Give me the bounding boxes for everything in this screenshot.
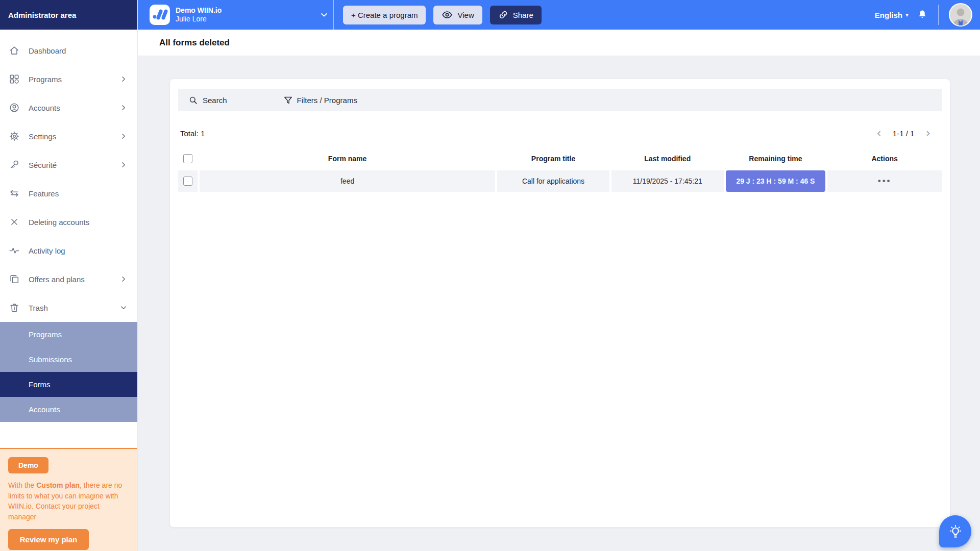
language-label: English: [875, 11, 902, 19]
user-avatar[interactable]: [949, 3, 972, 27]
column-header-form-name: Form name: [200, 148, 495, 169]
sidebar-item-offers-and-plans[interactable]: Offers and plans: [0, 265, 137, 293]
remaining-time-badge: 29 J : 23 H : 59 M : 46 S: [726, 170, 826, 192]
key-icon: [9, 159, 20, 170]
cell-last-modified: 11/19/2025 - 17:45:21: [611, 170, 724, 192]
sidebar-item-label: Dashboard: [29, 46, 66, 55]
sidebar-item-label: Settings: [29, 132, 56, 141]
sidebar-item-label: Features: [29, 189, 59, 198]
x-icon: [9, 216, 20, 228]
lightbulb-icon: [948, 524, 963, 539]
sidebar-header-label: Administrator area: [8, 11, 76, 19]
topbar: Demo WIIN.io Julie Lore + Create a progr…: [138, 0, 980, 30]
share-button[interactable]: Share: [490, 6, 542, 24]
header-checkbox-cell: [178, 148, 198, 169]
demo-text-prefix: With the: [8, 481, 36, 489]
help-lightbulb-button[interactable]: [939, 515, 971, 547]
pagination-count: 1-1 / 1: [893, 129, 915, 138]
main-area: Demo WIIN.io Julie Lore + Create a progr…: [138, 0, 980, 551]
forms-trash-card: Search Filters / Programs Total: 1 ‹ 1-1…: [169, 79, 950, 528]
topbar-right: English ▾: [875, 3, 972, 27]
submenu-item-submissions[interactable]: Submissions: [0, 347, 137, 372]
submenu-item-label: Submissions: [29, 355, 72, 364]
filters-label: Filters / Programs: [297, 96, 357, 105]
chevron-right-icon: [119, 132, 128, 141]
pagination-next-icon[interactable]: ›: [925, 127, 930, 139]
trash-icon: [9, 302, 20, 313]
chevron-right-icon: [119, 160, 128, 169]
submenu-item-accounts[interactable]: Accounts: [0, 397, 137, 422]
sidebar-item-security[interactable]: Sécurité: [0, 151, 137, 179]
sidebar-item-label: Offers and plans: [29, 275, 85, 284]
select-all-checkbox[interactable]: [183, 154, 192, 163]
sidebar-nav: Dashboard Programs Accounts: [0, 30, 137, 322]
sidebar-item-accounts[interactable]: Accounts: [0, 93, 137, 122]
chevron-right-icon: [119, 103, 128, 112]
topbar-divider: [333, 0, 334, 30]
gear-icon: [9, 131, 20, 142]
column-header-remaining-time: Remaining time: [726, 148, 826, 169]
submenu-item-forms[interactable]: Forms: [0, 372, 137, 397]
workspace-info: Demo WIIN.io Julie Lore: [176, 6, 222, 24]
pagination-prev-icon[interactable]: ‹: [876, 127, 881, 139]
filters-programs-button[interactable]: Filters / Programs: [283, 95, 357, 105]
workspace-switcher[interactable]: Demo WIIN.io Julie Lore: [150, 5, 329, 25]
pulse-icon: [9, 245, 20, 256]
chevron-right-icon: [119, 274, 128, 284]
content: Search Filters / Programs Total: 1 ‹ 1-1…: [138, 56, 980, 551]
sidebar-item-programs[interactable]: Programs: [0, 65, 137, 93]
page-header: All forms deleted: [138, 30, 980, 56]
search-input[interactable]: Search: [188, 95, 227, 105]
pagination: ‹ 1-1 / 1 ›: [876, 127, 930, 139]
user-name: Julie Lore: [176, 15, 222, 24]
column-header-actions: Actions: [827, 148, 942, 169]
chevron-down-icon: [119, 303, 128, 312]
table-row: feed Call for applications 11/19/2025 - …: [178, 170, 942, 192]
trash-submenu: Programs Submissions Forms Accounts: [0, 322, 137, 422]
caret-down-icon: ▾: [905, 11, 909, 18]
total-count: Total: 1: [180, 129, 205, 138]
row-actions-menu-icon[interactable]: •••: [878, 176, 892, 186]
demo-badge[interactable]: Demo: [8, 457, 48, 473]
column-header-last-modified: Last modified: [611, 148, 724, 169]
sidebar-item-activity-log[interactable]: Activity log: [0, 236, 137, 265]
sidebar-item-trash[interactable]: Trash: [0, 293, 137, 322]
row-checkbox[interactable]: [183, 177, 192, 186]
app-window: Administrator area Dashboard Programs: [0, 0, 980, 551]
search-placeholder: Search: [203, 96, 227, 105]
link-icon: [498, 10, 508, 20]
topbar-divider: [938, 5, 939, 25]
page-title: All forms deleted: [159, 38, 230, 48]
chevron-down-icon[interactable]: [319, 10, 329, 20]
copy-icon: [9, 273, 20, 285]
sidebar-item-label: Sécurité: [29, 161, 57, 169]
share-button-label: Share: [513, 11, 533, 19]
sidebar-item-dashboard[interactable]: Dashboard: [0, 36, 137, 65]
create-program-button[interactable]: + Create a program: [343, 6, 426, 24]
view-button[interactable]: View: [433, 6, 482, 24]
review-plan-button[interactable]: Review my plan: [8, 529, 89, 550]
sidebar-item-label: Programs: [29, 75, 62, 84]
sidebar-item-label: Trash: [29, 304, 48, 312]
home-icon: [9, 45, 20, 56]
submenu-item-label: Programs: [29, 330, 62, 339]
notifications-bell-icon[interactable]: [917, 9, 928, 20]
sidebar-item-label: Deleting accounts: [29, 218, 89, 227]
sidebar-item-deleting-accounts[interactable]: Deleting accounts: [0, 208, 137, 236]
language-selector[interactable]: English ▾: [875, 11, 909, 19]
filter-funnel-icon: [283, 95, 293, 105]
sidebar-item-settings[interactable]: Settings: [0, 122, 137, 151]
demo-plan-panel: Demo With the Custom plan, there are no …: [0, 448, 137, 551]
sidebar-item-label: Activity log: [29, 246, 65, 255]
cell-program-title: Call for applications: [497, 170, 609, 192]
column-header-program-title: Program title: [497, 148, 609, 169]
sidebar: Administrator area Dashboard Programs: [0, 0, 138, 551]
user-circle-icon: [9, 102, 20, 113]
search-icon: [188, 95, 198, 105]
submenu-item-programs[interactable]: Programs: [0, 322, 137, 347]
wiin-logo: [150, 5, 170, 25]
sidebar-item-features[interactable]: Features: [0, 179, 137, 208]
submenu-item-label: Accounts: [29, 405, 60, 414]
cell-form-name[interactable]: feed: [200, 170, 495, 192]
view-button-label: View: [457, 11, 474, 19]
